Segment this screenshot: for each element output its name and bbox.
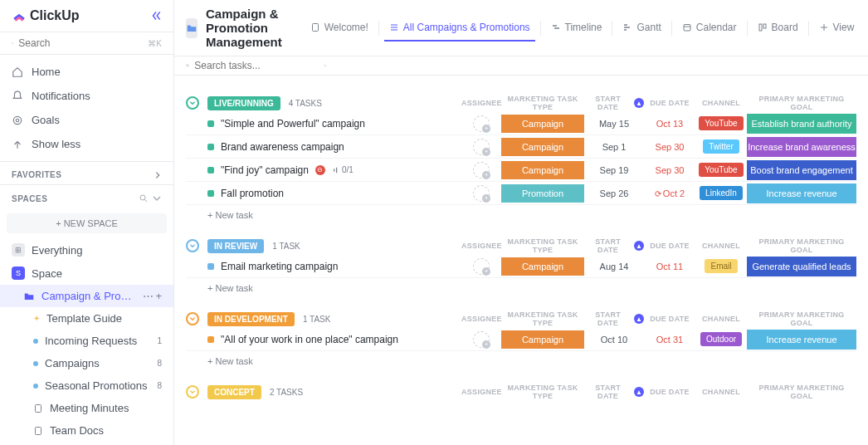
status-pill[interactable]: IN DEVELOPMENT [207, 312, 295, 326]
start-date[interactable]: May 15 [584, 119, 644, 129]
nav-item-home[interactable]: Home [0, 60, 173, 84]
collapse-group-icon[interactable] [186, 239, 199, 252]
goal-cell[interactable]: Establish brand authority [747, 114, 856, 134]
task-row[interactable]: "Find joy" campaign ⊖ 0/1 + Campaign Sep… [186, 159, 856, 182]
view-tab[interactable]: All Campaigns & Promotions [384, 15, 535, 42]
sidebar-list-item[interactable]: Team Docs [0, 419, 173, 442]
due-date[interactable]: ⟳Oct 2 [644, 188, 695, 198]
col-start[interactable]: START DATE▲ [584, 384, 644, 400]
status-pill[interactable]: LIVE/RUNNING [207, 96, 280, 110]
tab-label: Timeline [565, 22, 602, 33]
goal-cell[interactable]: Increase revenue [747, 183, 856, 203]
goal-cell[interactable]: Boost brand engagement [747, 160, 856, 180]
goal-cell[interactable]: Increase brand awareness [747, 137, 856, 157]
sidebar-list-item[interactable]: Seasonal Promotions8 [0, 374, 173, 397]
collapse-group-icon[interactable] [186, 385, 199, 399]
channel-cell[interactable]: YouTube [695, 116, 747, 130]
dot-icon [33, 361, 38, 366]
start-date[interactable]: Sep 1 [584, 142, 644, 152]
app-logo[interactable]: ClickUp [12, 8, 80, 23]
task-row[interactable]: Brand awareness campaign + Campaign Sep … [186, 135, 856, 159]
search-tasks[interactable] [186, 60, 327, 71]
task-row[interactable]: Fall promotion + Promotion Sep 26 ⟳Oct 2… [186, 182, 856, 205]
tasktype-cell[interactable]: Campaign [501, 257, 584, 276]
assignee-cell[interactable]: + [461, 115, 501, 132]
tasktype-cell[interactable]: Campaign [501, 330, 584, 349]
view-tab[interactable]: Welcome! [305, 15, 373, 42]
sidebar-item-campaign-folder[interactable]: Campaign & Promotion M… ⋯ + [0, 285, 173, 307]
start-date[interactable]: Sep 19 [584, 165, 644, 175]
view-tab[interactable]: Timeline [546, 15, 607, 42]
nav-label: Show less [32, 138, 80, 150]
assignee-cell[interactable]: + [461, 139, 501, 155]
more-icon[interactable]: ⋯ [143, 290, 154, 302]
nav-item-showless[interactable]: Show less [0, 132, 173, 156]
task-row[interactable]: "Simple and Powerful" campaign + Campaig… [186, 112, 856, 135]
assignee-cell[interactable]: + [461, 162, 501, 178]
sidebar-item-everything[interactable]: ⊞ Everything [0, 238, 173, 262]
separator [378, 21, 379, 36]
favorites-header[interactable]: FAVORITES [0, 162, 173, 184]
collapse-group-icon[interactable] [186, 96, 199, 110]
view-tab[interactable]: Board [753, 15, 803, 42]
sidebar-list-item[interactable]: Meeting Minutes [0, 397, 173, 419]
sidebar-collapse-icon[interactable] [150, 10, 162, 22]
nav-item-notifications[interactable]: Notifications [0, 84, 173, 108]
tasktype-tag: Campaign [501, 330, 584, 349]
channel-cell[interactable]: Twitter [695, 139, 747, 154]
start-date[interactable]: Aug 14 [584, 262, 644, 271]
chevron-down-icon[interactable] [324, 61, 327, 70]
task-count: 2 TASKS [270, 388, 303, 397]
start-date[interactable]: Sep 26 [584, 188, 644, 198]
tasktype-cell[interactable]: Promotion [501, 184, 584, 203]
new-space-button[interactable]: + NEW SPACE [7, 213, 167, 233]
spaces-header: SPACES [0, 185, 173, 208]
add-icon[interactable]: + [155, 290, 162, 302]
collapse-group-icon[interactable] [186, 312, 199, 325]
status-square-icon [207, 190, 214, 197]
sidebar-list-item[interactable]: Incoming Requests1 [0, 330, 173, 352]
new-task-button[interactable]: + New task [186, 351, 856, 366]
view-tab[interactable]: Calendar [677, 15, 742, 42]
view-tab[interactable]: Gantt [617, 15, 666, 42]
due-date[interactable]: Oct 13 [644, 119, 695, 129]
task-row[interactable]: Email marketing campaign + Campaign Aug … [186, 255, 856, 278]
nav-item-goals[interactable]: Goals [0, 108, 173, 132]
channel-cell[interactable]: Email [695, 259, 747, 273]
due-date[interactable]: Sep 30 [644, 165, 695, 175]
sidebar-search-input[interactable] [18, 37, 143, 49]
new-task-button[interactable]: + New task [186, 205, 856, 220]
goal-cell[interactable]: Generate qualified leads [747, 257, 856, 276]
channel-cell[interactable]: YouTube [695, 163, 747, 177]
chevron-down-icon[interactable] [152, 193, 162, 203]
sidebar-list-item[interactable]: Campaigns8 [0, 352, 173, 374]
channel-cell[interactable]: LinkedIn [695, 186, 747, 200]
goal-cell[interactable]: Increase revenue [747, 330, 856, 350]
col-start[interactable]: START DATE▲ [584, 95, 644, 111]
assignee-cell[interactable]: + [461, 258, 501, 275]
status-pill[interactable]: IN REVIEW [207, 239, 264, 253]
search-tasks-input[interactable] [194, 60, 319, 71]
tasktype-cell[interactable]: Campaign [501, 161, 584, 179]
col-start[interactable]: START DATE▲ [584, 311, 644, 327]
new-task-button[interactable]: + New task [186, 278, 856, 293]
due-date[interactable]: Oct 31 [644, 335, 695, 345]
search-spaces-icon[interactable] [139, 193, 149, 203]
assignee-cell[interactable]: + [461, 185, 501, 202]
col-start[interactable]: START DATE▲ [584, 237, 644, 254]
channel-cell[interactable]: Outdoor [695, 332, 747, 346]
due-date[interactable]: Oct 11 [644, 262, 695, 271]
assignee-cell[interactable]: + [461, 331, 501, 348]
tasktype-cell[interactable]: Campaign [501, 115, 584, 133]
due-date[interactable]: Sep 30 [644, 142, 695, 152]
view-tab[interactable]: View [814, 15, 860, 42]
tasktype-cell[interactable]: Campaign [501, 138, 584, 156]
col-assignee: ASSIGNEE [461, 99, 501, 107]
sidebar-list-item[interactable]: ✦Template Guide [0, 307, 173, 330]
status-pill[interactable]: CONCEPT [207, 385, 261, 399]
sidebar-item-space[interactable]: S Space [0, 262, 173, 285]
task-row[interactable]: "All of your work in one place" campaign… [186, 328, 856, 351]
start-date[interactable]: Oct 10 [584, 335, 644, 345]
sidebar-search[interactable]: ⌘K [0, 32, 173, 55]
assign-avatar-icon: + [473, 331, 490, 348]
